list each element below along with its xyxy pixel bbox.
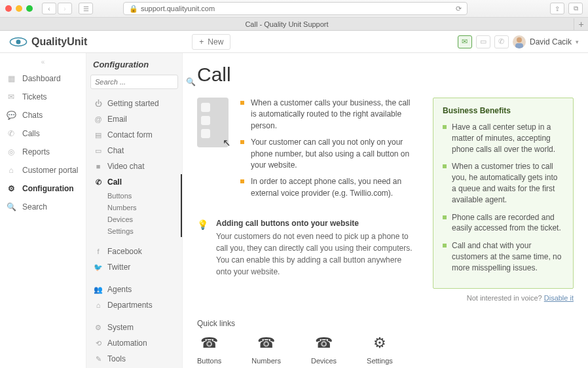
portal-icon: ⌂ — [7, 166, 16, 175]
twitter-icon: 🐦 — [94, 263, 102, 272]
chat-indicator-icon[interactable]: ▭ — [476, 35, 490, 48]
video-icon: ■ — [94, 162, 102, 170]
config-search-input[interactable] — [95, 78, 186, 86]
benefit-item: When a customer tries to call you, he au… — [443, 161, 564, 205]
quick-link-devices[interactable]: ☎ Devices — [311, 335, 337, 365]
config-search[interactable]: 🔍 — [90, 75, 178, 89]
gear-icon: ⚙ — [7, 184, 16, 193]
quick-link-settings[interactable]: ⚙ Settings — [367, 335, 393, 365]
phone-cursor-icon: ☎ — [200, 335, 218, 352]
svg-point-2 — [517, 37, 522, 43]
tools-icon: ✎ — [94, 355, 102, 363]
svg-point-1 — [16, 39, 21, 44]
minimize-window-icon[interactable] — [16, 5, 22, 12]
new-button[interactable]: + New — [192, 34, 230, 50]
maximize-window-icon[interactable] — [26, 5, 33, 12]
chat-icon: 💬 — [7, 111, 16, 120]
nav-reports[interactable]: ◎Reports — [0, 143, 86, 161]
svg-rect-3 — [515, 43, 523, 48]
search-icon: 🔍 — [7, 202, 16, 212]
cfg-agents[interactable]: 👥Agents — [90, 282, 178, 297]
collapse-nav-icon[interactable]: « — [0, 57, 86, 69]
cursor-icon: ↖ — [223, 137, 231, 149]
cfg-call-numbers[interactable]: Numbers — [90, 202, 178, 213]
refresh-icon[interactable]: ⟳ — [456, 5, 462, 13]
window-controls[interactable] — [5, 5, 33, 12]
cfg-getting-started[interactable]: ⏻Getting started — [90, 96, 178, 111]
share-icon[interactable]: ⇪ — [550, 3, 564, 14]
forward-button[interactable]: › — [58, 3, 72, 14]
new-tab-button[interactable]: + — [574, 18, 588, 30]
intro-bullets: When a customer calls your business, the… — [240, 98, 417, 204]
quick-link-numbers[interactable]: ☎ Numbers — [251, 335, 281, 365]
cfg-facebook[interactable]: fFacebook — [90, 244, 178, 259]
phone-indicator-icon[interactable]: ✆ — [494, 35, 509, 48]
benefit-item: Call and chat with your customers at the… — [443, 240, 564, 273]
cfg-automation[interactable]: ⟲Automation — [90, 335, 178, 351]
nav-calls[interactable]: ✆Calls — [0, 124, 86, 143]
nav-customer-portal[interactable]: ⌂Customer portal — [0, 161, 86, 179]
cfg-call-devices[interactable]: Devices — [90, 213, 178, 225]
disable-link[interactable]: Disable it — [544, 294, 574, 302]
grid-icon: ▦ — [7, 74, 16, 83]
call-illustration: ↖ — [197, 98, 229, 147]
phone-icon: ✆ — [94, 178, 102, 187]
browser-chrome: ‹ › ☰ 🔒 support.qualityunit.com ⟳ ⇪ ⧉ Ca… — [0, 0, 588, 31]
cfg-call-buttons[interactable]: Buttons — [90, 190, 178, 202]
browser-tab[interactable]: Call - Quality Unit Support — [0, 18, 574, 30]
url-bar[interactable]: 🔒 support.qualityunit.com ⟳ — [123, 2, 468, 15]
benefit-item: Have a call center setup in a matter of … — [443, 122, 564, 155]
tip-title: Adding call buttons onto your website — [216, 219, 417, 228]
cfg-tools[interactable]: ✎Tools — [90, 351, 178, 367]
nav-chats[interactable]: 💬Chats — [0, 106, 86, 124]
nav-configuration[interactable]: ⚙Configuration — [0, 179, 86, 198]
page-title: Call — [197, 64, 574, 86]
plus-icon: + — [199, 37, 204, 46]
cfg-call[interactable]: ✆Call — [90, 174, 178, 190]
facebook-icon: f — [94, 248, 102, 255]
cfg-departments[interactable]: ⌂Departments — [90, 297, 178, 313]
gear-icon: ⚙ — [94, 323, 102, 332]
config-title: Configuration — [90, 60, 178, 75]
cfg-twitter[interactable]: 🐦Twitter — [90, 259, 178, 275]
at-icon: @ — [94, 115, 102, 123]
nav-tickets[interactable]: ✉Tickets — [0, 88, 86, 106]
cfg-email[interactable]: @Email — [90, 111, 178, 127]
sidebar-toggle-icon[interactable]: ☰ — [79, 3, 93, 14]
power-icon: ⏻ — [94, 100, 102, 107]
mail-icon: ✉ — [7, 92, 16, 101]
intro-bullet: When a customer calls your business, the… — [240, 98, 417, 132]
quick-link-buttons[interactable]: ☎ Buttons — [197, 335, 221, 365]
intro-bullet: In order to accept phone calls, you need… — [240, 176, 417, 199]
close-window-icon[interactable] — [5, 5, 12, 12]
chat-icon: ▭ — [94, 147, 102, 155]
automation-icon: ⟲ — [94, 339, 102, 348]
reports-icon: ◎ — [7, 147, 16, 156]
nav-search[interactable]: 🔍Search — [0, 198, 86, 216]
cfg-contact-form[interactable]: ▤Contact form — [90, 127, 178, 143]
tabs-icon[interactable]: ⧉ — [568, 3, 583, 14]
cfg-system[interactable]: ⚙System — [90, 320, 178, 335]
disable-prompt: Not interested in voice? Disable it — [433, 294, 574, 302]
cfg-call-settings[interactable]: Settings — [90, 225, 178, 237]
intro-bullet: Your customer can call you not only on y… — [240, 137, 417, 171]
cfg-chat[interactable]: ▭Chat — [90, 143, 178, 158]
avatar[interactable] — [513, 35, 526, 48]
form-icon: ▤ — [94, 131, 102, 139]
mail-indicator-icon[interactable]: ✉ — [458, 35, 472, 48]
brand-name: QualityUnit — [31, 36, 87, 48]
nav-dashboard[interactable]: ▦Dashboard — [0, 69, 86, 88]
logo[interactable]: QualityUnit — [9, 36, 87, 48]
username[interactable]: David Cacik — [530, 37, 572, 46]
cfg-video-chat[interactable]: ■Video chat — [90, 158, 178, 174]
phone-icon: ✆ — [7, 129, 16, 138]
agents-icon: 👥 — [94, 285, 102, 294]
phone-hash-icon: ☎ — [315, 335, 333, 352]
main-content: Call ↖ When a customer calls your busine… — [183, 53, 588, 368]
url-text: support.qualityunit.com — [141, 5, 215, 12]
config-sidebar: Configuration 🔍 ⏻Getting started @Email … — [86, 53, 183, 368]
chevron-down-icon[interactable]: ▾ — [576, 39, 579, 45]
back-button[interactable]: ‹ — [42, 3, 56, 14]
main-nav: « ▦Dashboard ✉Tickets 💬Chats ✆Calls ◎Rep… — [0, 53, 86, 368]
benefit-item: Phone calls are recorded and easily acce… — [443, 212, 564, 234]
